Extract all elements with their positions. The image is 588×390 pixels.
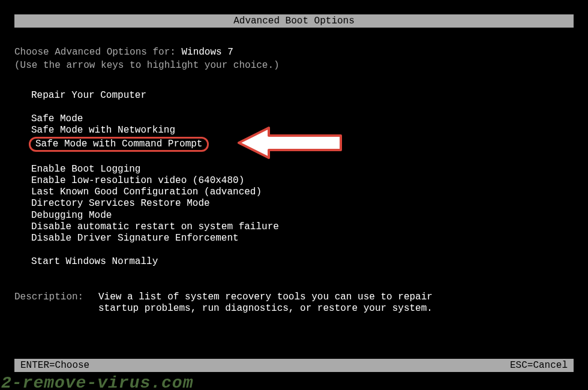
menu-low-res-video[interactable]: Enable low-resolution video (640x480) <box>29 175 247 187</box>
footer-enter: ENTER=Choose <box>20 359 89 372</box>
description-text: View a list of system recovery tools you… <box>98 292 434 314</box>
menu-debugging-mode[interactable]: Debugging Mode <box>29 210 114 221</box>
menu-safe-mode-cmd[interactable]: Safe Mode with Command Prompt <box>29 137 209 152</box>
menu-directory-services-restore[interactable]: Directory Services Restore Mode <box>29 198 212 209</box>
footer-bar: ENTER=Choose ESC=Cancel <box>14 359 574 372</box>
prompt-prefix: Choose Advanced Options for: <box>14 47 181 58</box>
menu-repair-computer[interactable]: Repair Your Computer <box>29 90 149 101</box>
menu-safe-mode[interactable]: Safe Mode <box>29 113 85 125</box>
menu-last-known-good[interactable]: Last Known Good Configuration (advanced) <box>29 187 264 198</box>
watermark-text: 2-remove-virus.com <box>1 374 193 390</box>
boot-screen: Advanced Boot Options Choose Advanced Op… <box>0 0 588 329</box>
menu-start-normally[interactable]: Start Windows Normally <box>29 256 160 268</box>
prompt-line: Choose Advanced Options for: Windows 7 <box>14 47 574 58</box>
description-label: Description: <box>14 292 98 314</box>
description-block: Description: View a list of system recov… <box>14 292 574 314</box>
footer-esc: ESC=Cancel <box>510 359 568 372</box>
title-bar: Advanced Boot Options <box>14 14 574 28</box>
menu-disable-driver-sig[interactable]: Disable Driver Signature Enforcement <box>29 233 241 244</box>
boot-menu[interactable]: Repair Your Computer Safe Mode Safe Mode… <box>29 90 574 268</box>
menu-safe-mode-cmd-wrap: Safe Mode with Command Prompt <box>29 137 209 152</box>
annotation-arrow-icon <box>233 122 347 164</box>
instruction-line: (Use the arrow keys to highlight your ch… <box>14 60 574 71</box>
menu-boot-logging[interactable]: Enable Boot Logging <box>29 164 143 175</box>
title-text: Advanced Boot Options <box>233 16 355 26</box>
menu-safe-mode-networking[interactable]: Safe Mode with Networking <box>29 125 178 136</box>
menu-disable-auto-restart[interactable]: Disable automatic restart on system fail… <box>29 221 281 233</box>
os-name: Windows 7 <box>181 47 233 58</box>
